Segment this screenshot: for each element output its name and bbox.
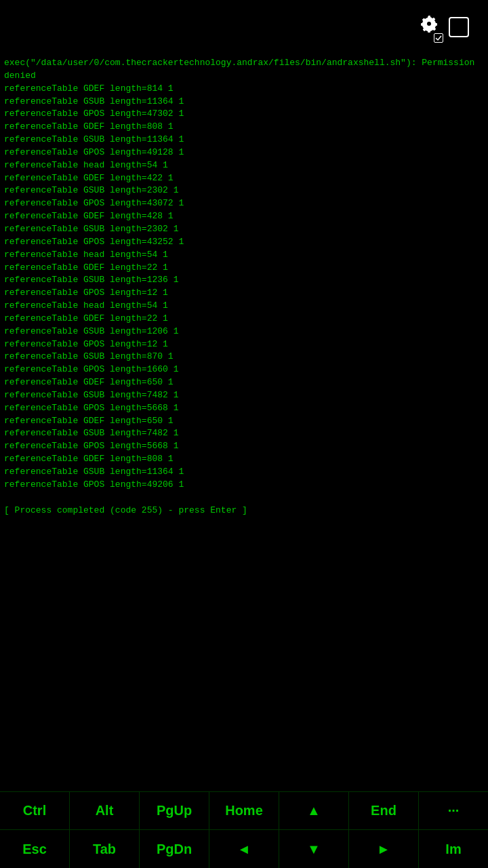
terminal-output: exec("/data/user/0/com.thecrackertechnol… (0, 54, 488, 791)
key----[interactable]: ··· (419, 792, 488, 829)
key--[interactable]: ► (349, 830, 419, 868)
key-ctrl[interactable]: Ctrl (0, 792, 70, 829)
key--[interactable]: ▲ (279, 792, 349, 829)
gear-settings-icon[interactable] (420, 15, 441, 40)
tab-counter-badge[interactable] (449, 17, 469, 37)
key-esc[interactable]: Esc (0, 830, 70, 868)
header-icons (420, 15, 477, 40)
key--[interactable]: ▼ (279, 830, 349, 868)
key-home[interactable]: Home (209, 792, 279, 829)
key-alt[interactable]: Alt (70, 792, 140, 829)
app-header (0, 0, 488, 54)
key--[interactable]: ◄ (209, 830, 279, 868)
key-pgup[interactable]: PgUp (140, 792, 209, 829)
key-end[interactable]: End (349, 792, 419, 829)
keyboard-row-row1: CtrlAltPgUpHome▲End··· (0, 792, 488, 830)
key-tab[interactable]: Tab (70, 830, 140, 868)
key-pgdn[interactable]: PgDn (140, 830, 209, 868)
keyboard-shortcuts: CtrlAltPgUpHome▲End···EscTabPgDn◄▼►Im (0, 791, 488, 868)
keyboard-row-row2: EscTabPgDn◄▼►Im (0, 830, 488, 868)
key-im[interactable]: Im (419, 830, 488, 868)
